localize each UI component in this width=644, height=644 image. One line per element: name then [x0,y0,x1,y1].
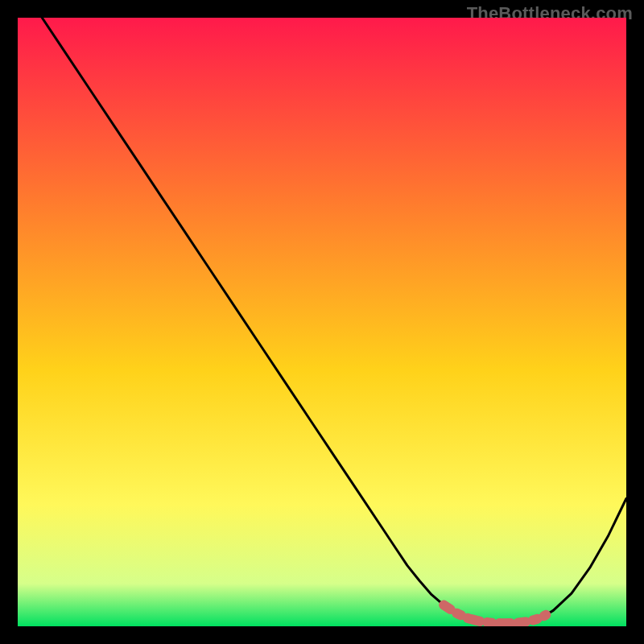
chart-svg [18,18,626,626]
chart-frame: TheBottleneck.com [0,0,644,644]
chart-plot-area [18,18,626,626]
gradient-background [18,18,626,626]
